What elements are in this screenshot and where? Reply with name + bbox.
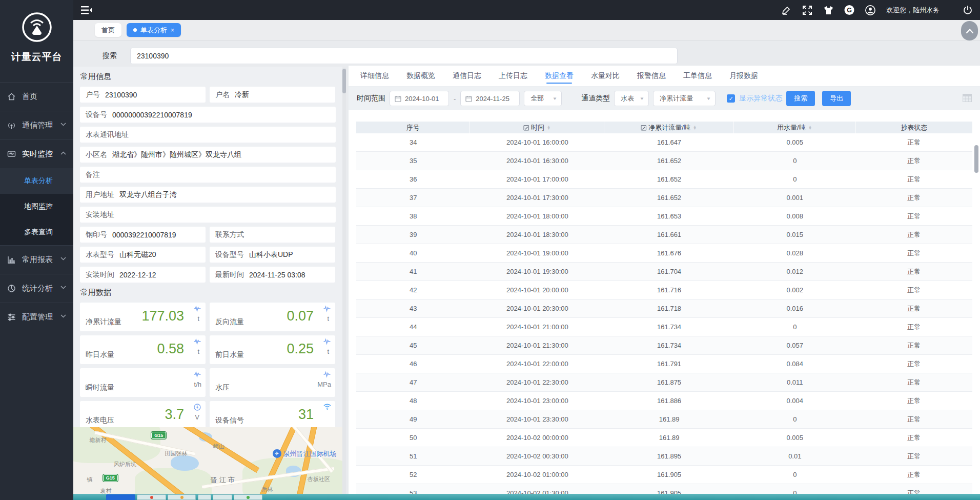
table-row[interactable]: 472024-10-01 22:30:00161.8750.011正常 [356, 373, 972, 392]
g-logo-icon[interactable]: G [844, 5, 854, 15]
pulse-icon[interactable] [194, 338, 201, 345]
table-row[interactable]: 382024-10-01 18:00:00161.6530.008正常 [356, 207, 972, 226]
taskbar-window-button[interactable] [106, 494, 135, 500]
cell: 2024-10-01 22:00:00 [470, 360, 604, 368]
detail-tab-水量对比[interactable]: 水量对比 [586, 66, 624, 86]
sidebar-subitem-地图监控[interactable]: 地图监控 [0, 194, 73, 219]
column-settings-icon[interactable] [963, 94, 972, 102]
metric-label: 设备信号 [215, 416, 244, 425]
cell: 正常 [856, 193, 972, 203]
field-label: 水表型号 [86, 250, 114, 259]
sort-carets[interactable]: ▲▼ [692, 126, 697, 130]
scroll-to-top-button[interactable] [961, 21, 978, 41]
column-header-时间[interactable]: 时间▲▼ [470, 122, 604, 133]
sidebar-item-1[interactable]: 通信管理 [0, 111, 73, 139]
taskbar-window-button[interactable] [168, 494, 196, 500]
cell: 2024-10-01 20:00:00 [470, 286, 604, 294]
metric-select[interactable]: 净累计流量▼ [653, 91, 716, 106]
sidebar-item-6[interactable]: 常用报表 [0, 245, 73, 274]
detail-tab-工单信息[interactable]: 工单信息 [679, 66, 717, 86]
table-row[interactable]: 532024-10-02 01:30:00161.9050正常 [356, 484, 972, 494]
taskbar-window-button[interactable] [198, 494, 211, 500]
shirt-icon[interactable] [823, 5, 833, 15]
table-row[interactable]: 512024-10-02 00:30:00161.8950.01正常 [356, 447, 972, 466]
edit-icon[interactable] [781, 5, 791, 15]
sort-carets[interactable]: ▲▼ [546, 126, 551, 130]
fullscreen-icon[interactable] [802, 5, 812, 15]
export-button[interactable]: 导出 [822, 91, 851, 106]
taskbar-window-button[interactable] [234, 494, 262, 500]
cell: 正常 [856, 359, 972, 369]
sidebar-item-8[interactable]: 配置管理 [0, 303, 73, 331]
highway-badge: G15 [151, 432, 166, 439]
table-row[interactable]: 402024-10-01 19:00:00161.6760.028正常 [356, 244, 972, 263]
pulse-icon[interactable] [323, 305, 331, 312]
table-row[interactable]: 392024-10-01 18:30:00161.6610.015正常 [356, 226, 972, 244]
voltage-icon[interactable] [194, 404, 201, 411]
date-to-input[interactable]: 2024-11-25 [460, 91, 520, 106]
detail-tab-通信日志[interactable]: 通信日志 [448, 66, 486, 86]
field-户名: 户名冷新 [210, 87, 335, 103]
search-button[interactable]: 搜索 [786, 91, 815, 106]
cell: 161.704 [604, 268, 733, 275]
pulse-icon[interactable] [323, 338, 331, 345]
detail-tab-上传日志[interactable]: 上传日志 [494, 66, 532, 86]
sidebar-item-7[interactable]: 统计分析 [0, 274, 73, 303]
left-panel-scrollbar[interactable] [342, 68, 346, 494]
menu-collapse-icon[interactable] [81, 6, 92, 15]
search-input[interactable] [130, 48, 678, 64]
table-row[interactable]: 362024-10-01 17:00:00161.6520正常 [356, 170, 972, 189]
table-row[interactable]: 452024-10-01 21:30:00161.7340.057正常 [356, 336, 972, 355]
column-header-用水量/吨[interactable]: 用水量/吨▲▼ [734, 122, 856, 133]
sort-carets[interactable]: ▲▼ [808, 126, 812, 130]
location-map[interactable]: 塘新村崎山田园张林风炉后坑镇晋江市杏坂社区后林袁村G15G15✈泉州晋江国际机场 [73, 427, 342, 494]
table-row[interactable]: 502024-10-02 00:00:00161.890.005正常 [356, 429, 972, 447]
detail-tab-数据查看[interactable]: 数据查看 [540, 66, 578, 86]
pulse-icon[interactable] [194, 371, 201, 378]
table-row[interactable]: 352024-10-01 16:30:00161.6520正常 [356, 152, 972, 170]
column-label: 序号 [406, 123, 420, 132]
close-icon[interactable]: × [171, 27, 174, 34]
sidebar-item-2[interactable]: 实时监控 [0, 139, 73, 168]
power-icon[interactable] [963, 5, 973, 15]
show-abnormal-label[interactable]: 显示异常状态 [739, 94, 782, 103]
interval-select[interactable]: 全部▼ [524, 91, 562, 106]
pulse-icon[interactable] [323, 371, 331, 378]
sidebar-subitem-单表分析[interactable]: 单表分析 [0, 168, 73, 194]
show-abnormal-checkbox[interactable]: ✓ [727, 94, 735, 103]
table-row[interactable]: 342024-10-01 16:00:00161.6470.005正常 [356, 133, 972, 152]
tab-pill-首页[interactable]: 首页 [95, 23, 121, 37]
table-row[interactable]: 462024-10-01 22:00:00161.7910.084正常 [356, 355, 972, 373]
table-scrollbar-thumb[interactable] [974, 145, 978, 173]
detail-tab-数据概览[interactable]: 数据概览 [402, 66, 440, 86]
detail-tab-报警信息[interactable]: 报警信息 [632, 66, 670, 86]
cell: 43 [356, 305, 470, 312]
table-row[interactable]: 422024-10-01 20:00:00161.7160.002正常 [356, 281, 972, 299]
table-row[interactable]: 432024-10-01 20:30:00161.7180.016正常 [356, 299, 972, 318]
sidebar-subitem-多表查询[interactable]: 多表查询 [0, 219, 73, 245]
table-row[interactable]: 522024-10-02 01:00:00161.9050正常 [356, 466, 972, 484]
table-row[interactable]: 372024-10-01 17:30:00161.6520.001正常 [356, 189, 972, 207]
metric-unit: t [327, 315, 329, 323]
field-value: 冷新 [235, 90, 249, 99]
wifi-icon[interactable] [323, 404, 331, 411]
detail-tab-详细信息[interactable]: 详细信息 [356, 66, 394, 86]
detail-tab-月报数据[interactable]: 月报数据 [725, 66, 763, 86]
pulse-icon[interactable] [194, 305, 201, 312]
chart-view-icon[interactable] [641, 125, 647, 131]
table-row[interactable]: 482024-10-01 23:00:00161.8860.004正常 [356, 392, 972, 410]
avatar-icon[interactable] [865, 5, 875, 15]
column-header-净累计流量/吨[interactable]: 净累计流量/吨▲▼ [604, 122, 733, 133]
sidebar-item-0[interactable]: 首页 [0, 82, 73, 111]
taskbar-window-button[interactable] [137, 494, 166, 500]
table-row[interactable]: 492024-10-01 23:30:00161.890正常 [356, 410, 972, 429]
date-from-input[interactable]: 2024-10-01 [390, 91, 449, 106]
table-row[interactable]: 442024-10-01 21:00:00161.7340正常 [356, 318, 972, 336]
table-row[interactable]: 412024-10-01 19:30:00161.7040.012正常 [356, 263, 972, 281]
taskbar-window-button[interactable] [213, 494, 232, 500]
cell: 44 [356, 323, 470, 331]
chart-view-icon[interactable] [523, 125, 529, 131]
tab-pill-单表分析[interactable]: 单表分析× [127, 23, 181, 37]
channel-select[interactable]: 水表▼ [614, 91, 649, 106]
cell: 0 [734, 323, 856, 331]
